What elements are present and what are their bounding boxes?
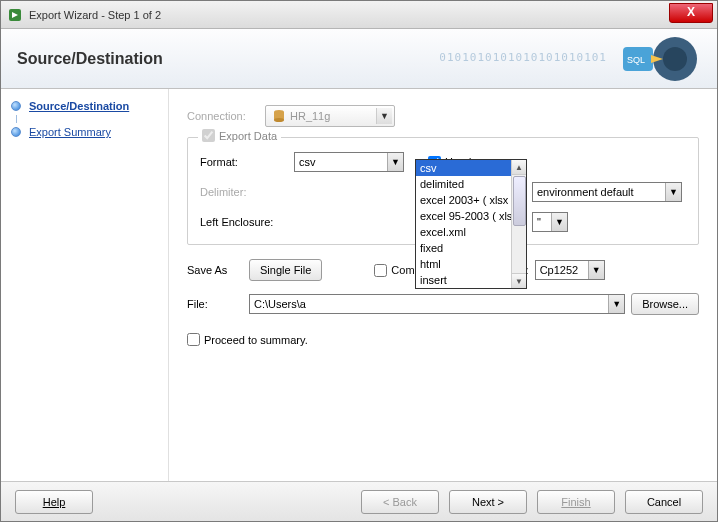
format-option[interactable]: fixed [416, 240, 526, 256]
proceed-to-summary-checkbox[interactable] [187, 333, 200, 346]
sidebar-item-label: Source/Destination [29, 100, 129, 112]
browse-button[interactable]: Browse... [631, 293, 699, 315]
format-value: csv [299, 156, 316, 168]
chevron-down-icon: ▼ [376, 108, 392, 124]
format-dropdown-listbox[interactable]: csv delimited excel 2003+ ( xlsx ) excel… [415, 159, 527, 289]
format-option[interactable]: excel 2003+ ( xlsx ) [416, 192, 526, 208]
content-panel: Connection: HR_11g ▼ Export Data [169, 89, 717, 481]
page-title: Source/Destination [17, 50, 163, 68]
sidebar-item-export-summary[interactable]: Export Summary [1, 123, 168, 141]
chevron-down-icon: ▼ [608, 295, 624, 313]
proceed-to-summary-label: Proceed to summary. [204, 334, 308, 346]
main-area: Source/Destination Export Summary Connec… [1, 89, 717, 481]
svg-point-9 [274, 118, 284, 122]
step-bullet-icon [11, 101, 21, 111]
scroll-thumb[interactable] [513, 176, 526, 226]
save-as-select[interactable]: Single File [249, 259, 322, 281]
database-icon [272, 109, 286, 123]
delimiter-label: Delimiter: [200, 186, 278, 198]
compressed-checkbox[interactable] [374, 264, 387, 277]
format-option[interactable]: csv [416, 160, 526, 176]
right-enclosure-select[interactable]: " ▼ [532, 212, 568, 232]
encoding-select[interactable]: Cp1252 ▼ [535, 260, 605, 280]
next-button[interactable]: Next > [449, 490, 527, 514]
save-as-label: Save As [187, 264, 243, 276]
format-option[interactable]: insert [416, 272, 526, 288]
chevron-down-icon: ▼ [551, 213, 567, 231]
scroll-down-icon[interactable]: ▼ [512, 273, 526, 288]
connection-select[interactable]: HR_11g ▼ [265, 105, 395, 127]
export-data-checkbox[interactable] [202, 129, 215, 142]
left-enclosure-label: Left Enclosure: [200, 216, 278, 228]
sidebar-item-label: Export Summary [29, 126, 111, 138]
line-terminator-value: environment default [537, 186, 634, 198]
app-icon [7, 7, 23, 23]
svg-text:SQL: SQL [627, 55, 645, 65]
format-option[interactable]: delimited [416, 176, 526, 192]
header-graphic-icon: SQL [613, 33, 703, 85]
file-label: File: [187, 298, 243, 310]
format-option[interactable]: html [416, 256, 526, 272]
finish-button[interactable]: Finish [537, 490, 615, 514]
chevron-down-icon: ▼ [387, 153, 403, 171]
line-terminator-select[interactable]: environment default ▼ [532, 182, 682, 202]
scroll-up-icon[interactable]: ▲ [512, 160, 526, 175]
format-option[interactable]: excel 95-2003 ( xls) [416, 208, 526, 224]
connection-value: HR_11g [290, 110, 330, 122]
svg-point-3 [663, 47, 687, 71]
close-button[interactable]: X [669, 3, 713, 23]
header-decor-binary: 0101010101010101010101 [439, 51, 607, 64]
step-connector [16, 115, 17, 123]
wizard-steps-sidebar: Source/Destination Export Summary [1, 89, 169, 481]
file-path-input[interactable]: C:\Users\a ▼ [249, 294, 625, 314]
titlebar: Export Wizard - Step 1 of 2 X [1, 1, 717, 29]
connection-label: Connection: [187, 110, 265, 122]
step-bullet-icon [11, 127, 21, 137]
chevron-down-icon: ▼ [665, 183, 681, 201]
sidebar-item-source-destination[interactable]: Source/Destination [1, 97, 168, 115]
help-button[interactable]: Help [15, 490, 93, 514]
dropdown-scrollbar[interactable]: ▲ ▼ [511, 160, 526, 288]
format-label: Format: [200, 156, 278, 168]
export-data-legend-label: Export Data [219, 130, 277, 142]
header-band: Source/Destination 010101010101010101010… [1, 29, 717, 89]
encoding-value: Cp1252 [540, 264, 579, 276]
wizard-footer: Help < Back Next > Finish Cancel [1, 481, 717, 521]
back-button[interactable]: < Back [361, 490, 439, 514]
cancel-button[interactable]: Cancel [625, 490, 703, 514]
format-select[interactable]: csv ▼ [294, 152, 404, 172]
file-path-value: C:\Users\a [254, 298, 306, 310]
export-data-legend: Export Data [198, 129, 281, 142]
chevron-down-icon: ▼ [588, 261, 604, 279]
right-enclosure-value: " [537, 216, 541, 228]
format-option[interactable]: excel.xml [416, 224, 526, 240]
window-title: Export Wizard - Step 1 of 2 [29, 9, 161, 21]
